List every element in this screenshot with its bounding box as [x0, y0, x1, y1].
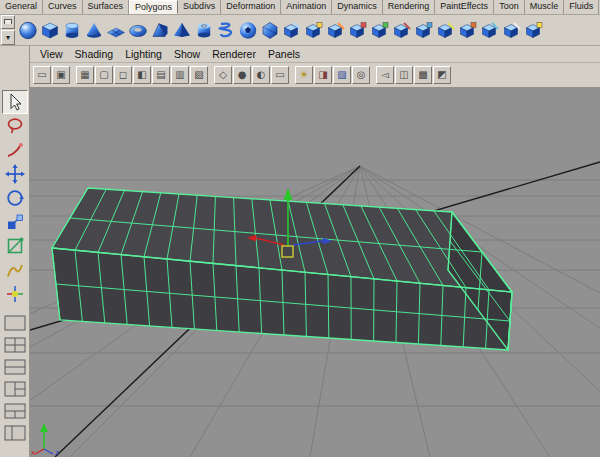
layout-shortcuts: [0, 314, 29, 442]
menu-renderer[interactable]: Renderer: [206, 48, 262, 60]
layout-three-pane-bottom[interactable]: [2, 402, 28, 420]
tab-curves[interactable]: Curves: [43, 0, 83, 14]
panel-layout-icon[interactable]: ◩: [433, 66, 451, 84]
camera-attributes-icon[interactable]: ▣: [52, 66, 70, 84]
menu-tab-bar: GeneralCurvesSurfacesPolygonsSubdivsDefo…: [0, 0, 600, 15]
poly-soccer-ball-icon[interactable]: [237, 17, 259, 43]
poly-extract-icon[interactable]: [347, 17, 369, 43]
shelf-tabs-button[interactable]: [1, 15, 15, 30]
menu-view[interactable]: View: [34, 48, 69, 60]
menu-panels[interactable]: Panels: [262, 48, 306, 60]
tab-fluids[interactable]: Fluids: [564, 0, 599, 14]
poly-helix-icon[interactable]: [215, 17, 237, 43]
smooth-shade-icon[interactable]: ●: [233, 66, 251, 84]
xray-icon[interactable]: ◎: [352, 66, 370, 84]
universal-manipulator-tool[interactable]: [2, 234, 28, 258]
layout-outliner-persp[interactable]: [2, 424, 28, 442]
layout-three-pane-left[interactable]: [2, 380, 28, 398]
poly-cylinder-icon[interactable]: [61, 17, 83, 43]
backface-culling-icon-glyph: ◅: [381, 70, 389, 80]
poly-mirror-icon[interactable]: [281, 17, 303, 43]
poly-bevel-icon[interactable]: [479, 17, 501, 43]
shelf-tab-selector: ▾: [0, 15, 15, 46]
show-manipulator-tool[interactable]: [2, 282, 28, 306]
poly-sphere-icon[interactable]: [17, 17, 39, 43]
tab-painteffects[interactable]: PaintEffects: [435, 0, 494, 14]
textured-icon[interactable]: ▨: [333, 66, 351, 84]
shelf-icons: [15, 17, 545, 43]
tab-subdivs[interactable]: Subdivs: [178, 0, 221, 14]
shelf-menu-button[interactable]: ▾: [1, 30, 15, 45]
scale-tool[interactable]: [2, 210, 28, 234]
rotate-tool[interactable]: [2, 186, 28, 210]
menu-show[interactable]: Show: [168, 48, 206, 60]
grid-toggle-icon[interactable]: ▦: [76, 66, 94, 84]
lasso-tool[interactable]: [2, 114, 28, 138]
panel-toolbar: ▭▣▦▢◻◧▤▥▧◇●◐▭☀◨▨◎◅◫▩◩: [30, 63, 600, 88]
tab-general[interactable]: General: [0, 0, 43, 14]
camera-attributes-icon-glyph: ▣: [56, 70, 65, 80]
flat-shade-icon-glyph: ◐: [257, 70, 266, 80]
wireframe-icon[interactable]: ◇: [214, 66, 232, 84]
viewport[interactable]: xz: [30, 88, 600, 457]
tab-animation[interactable]: Animation: [281, 0, 332, 14]
tab-toon[interactable]: Toon: [494, 0, 525, 14]
tab-rendering[interactable]: Rendering: [383, 0, 436, 14]
poly-reduce-icon[interactable]: [435, 17, 457, 43]
move-tool[interactable]: [2, 162, 28, 186]
menu-lighting[interactable]: Lighting: [119, 48, 168, 60]
tab-deformation[interactable]: Deformation: [221, 0, 281, 14]
poly-extrude-icon[interactable]: [457, 17, 479, 43]
tab-dynamics[interactable]: Dynamics: [332, 0, 383, 14]
poly-insert-edge-loop-icon[interactable]: [523, 17, 545, 43]
safe-title-icon-glyph: ▧: [194, 70, 203, 80]
poly-plane-icon[interactable]: [105, 17, 127, 43]
poly-platonic-solid-icon[interactable]: [259, 17, 281, 43]
bounding-box-icon[interactable]: ▭: [271, 66, 289, 84]
backface-culling-icon[interactable]: ◅: [376, 66, 394, 84]
poly-smooth-icon[interactable]: [413, 17, 435, 43]
layout-single-pane[interactable]: [2, 314, 28, 332]
shadows-icon[interactable]: ◨: [314, 66, 332, 84]
poly-cut-icon[interactable]: [501, 17, 523, 43]
soft-modification-tool[interactable]: [2, 258, 28, 282]
grid-toggle-icon-glyph: ▦: [80, 70, 89, 80]
film-gate-icon[interactable]: ▢: [95, 66, 113, 84]
layout-two-pane-stacked[interactable]: [2, 358, 28, 376]
gate-mask-icon-glyph: ◧: [137, 70, 146, 80]
tab-muscle[interactable]: Muscle: [525, 0, 565, 14]
resolution-gate-icon[interactable]: ◻: [114, 66, 132, 84]
select-tool[interactable]: [2, 90, 28, 114]
tab-polygons[interactable]: Polygons: [129, 0, 178, 14]
svg-text:x: x: [31, 448, 35, 457]
lights-icon-glyph: ☀: [300, 70, 309, 80]
layout-four-pane[interactable]: [2, 336, 28, 354]
tab-surfaces[interactable]: Surfaces: [83, 0, 130, 14]
menu-shading[interactable]: Shading: [69, 48, 120, 60]
select-camera-icon[interactable]: ▭: [33, 66, 51, 84]
bounding-box-icon-glyph: ▭: [275, 70, 284, 80]
poly-prism-icon[interactable]: [149, 17, 171, 43]
flat-shade-icon[interactable]: ◐: [252, 66, 270, 84]
paint-selection-tool[interactable]: [2, 138, 28, 162]
field-chart-icon[interactable]: ▤: [152, 66, 170, 84]
fog-icon[interactable]: ▩: [414, 66, 432, 84]
perspective-panel: ViewShadingLightingShowRendererPanels ▭▣…: [30, 46, 600, 457]
safe-title-icon[interactable]: ▧: [190, 66, 208, 84]
poly-cube-icon[interactable]: [39, 17, 61, 43]
poly-combine-icon[interactable]: [303, 17, 325, 43]
viewport-canvas[interactable]: xz: [30, 88, 600, 457]
gate-mask-icon[interactable]: ◧: [133, 66, 151, 84]
poly-pyramid-icon[interactable]: [171, 17, 193, 43]
toolbox: [0, 46, 30, 457]
poly-boolean-difference-icon[interactable]: [391, 17, 413, 43]
poly-cone-icon[interactable]: [83, 17, 105, 43]
poly-pipe-icon[interactable]: [193, 17, 215, 43]
poly-separate-icon[interactable]: [325, 17, 347, 43]
film-gate-icon-glyph: ▢: [99, 70, 108, 80]
poly-boolean-union-icon[interactable]: [369, 17, 391, 43]
poly-torus-icon[interactable]: [127, 17, 149, 43]
isolate-select-icon[interactable]: ◫: [395, 66, 413, 84]
lights-icon[interactable]: ☀: [295, 66, 313, 84]
safe-action-icon[interactable]: ▥: [171, 66, 189, 84]
